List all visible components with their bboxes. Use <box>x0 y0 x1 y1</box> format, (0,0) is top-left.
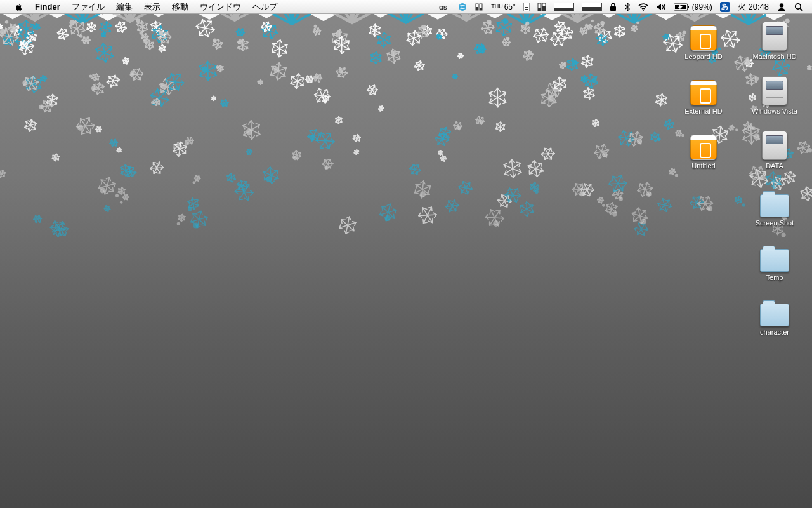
lastfm-icon[interactable]: αs <box>435 0 454 13</box>
svg-line-23 <box>800 8 802 11</box>
menu-left: Finder ファイル 編集 表示 移動 ウインドウ ヘルプ <box>9 0 283 13</box>
desktop-icon-label: Untitled <box>675 162 732 170</box>
weather-icon[interactable] <box>454 0 471 13</box>
svg-rect-15 <box>542 6 546 11</box>
spotlight-icon[interactable] <box>790 0 807 13</box>
desktop-icon-label: Temp <box>746 274 803 281</box>
svg-rect-5 <box>476 4 478 7</box>
svg-rect-10 <box>525 9 528 10</box>
folder-icon <box>760 304 789 326</box>
battery-icon[interactable]: (99%) <box>670 0 716 13</box>
mem-graph-icon[interactable] <box>578 0 606 13</box>
svg-rect-6 <box>480 4 482 8</box>
desktop-icon-label: DATA <box>746 162 803 170</box>
svg-rect-14 <box>538 8 541 11</box>
net-activity-icon[interactable] <box>534 0 550 13</box>
wifi-icon[interactable] <box>634 0 652 13</box>
desktop-icon-label: character <box>746 328 803 336</box>
usb-drive-icon <box>690 135 717 160</box>
menu-bar: Finder ファイル 編集 表示 移動 ウインドウ ヘルプ αs THU 65… <box>0 0 812 14</box>
svg-rect-16 <box>610 6 616 11</box>
desktop-icon-label: External HD <box>675 107 732 115</box>
hard-drive-icon <box>762 22 787 51</box>
folder-icon <box>760 249 789 272</box>
svg-point-22 <box>796 3 801 8</box>
apple-menu[interactable] <box>9 0 29 13</box>
hard-drive-icon <box>762 131 787 160</box>
svg-rect-19 <box>688 6 689 8</box>
menu-file[interactable]: ファイル <box>66 0 110 13</box>
desktop-icon-character[interactable]: character <box>746 296 803 336</box>
usb-drive-icon <box>690 25 717 51</box>
usb-drive-icon <box>690 80 717 105</box>
lock-icon[interactable] <box>606 0 620 13</box>
desktop-icon-label: Macintosh HD <box>746 53 803 60</box>
desktop-icon-temp[interactable]: Temp <box>746 241 803 281</box>
clock[interactable]: 火 20:48 <box>734 0 773 13</box>
desktop-icon-untitled[interactable]: Untitled <box>675 130 732 170</box>
svg-point-1 <box>459 3 466 11</box>
menu-help[interactable]: ヘルプ <box>247 0 283 13</box>
desktop-icon-windows-vista[interactable]: Windows Vista <box>746 75 803 115</box>
desktop-icon-macintosh-hd[interactable]: Macintosh HD <box>746 20 803 60</box>
desktop-icon-leopard-hd[interactable]: Leopard HD <box>675 20 732 60</box>
menu-edit[interactable]: 編集 <box>110 0 138 13</box>
battery-percent: (99%) <box>692 3 712 11</box>
svg-point-17 <box>643 10 644 11</box>
svg-rect-11 <box>525 7 528 8</box>
menu-window[interactable]: ウインドウ <box>194 0 247 13</box>
temperature-label[interactable]: THU 65° <box>487 0 520 13</box>
menu-right: αs THU 65° <box>435 0 807 13</box>
hard-drive-icon <box>762 76 787 105</box>
app-menu[interactable]: Finder <box>29 0 66 13</box>
menumeters-icon[interactable] <box>471 0 487 13</box>
desktop-icon-label: Leopard HD <box>675 53 732 60</box>
menu-go[interactable]: 移動 <box>166 0 194 13</box>
disk-activity-icon[interactable] <box>520 0 534 13</box>
desktop-icon-external-hd[interactable]: External HD <box>675 75 732 115</box>
ime-icon[interactable]: あ <box>716 0 734 13</box>
desktop[interactable]: Leopard HDMacintosh HDExternal HDWindows… <box>0 14 812 508</box>
cpu-graph-icon[interactable] <box>550 0 578 13</box>
svg-point-21 <box>780 3 783 7</box>
desktop-icon-label: Screen Shot <box>746 219 803 227</box>
desktop-icon-label: Windows Vista <box>746 107 803 115</box>
svg-text:αs: αs <box>439 3 447 11</box>
desktop-icon-screen-shot[interactable]: Screen Shot <box>746 187 803 227</box>
menu-view[interactable]: 表示 <box>138 0 166 13</box>
bluetooth-icon[interactable] <box>620 0 634 13</box>
volume-icon[interactable] <box>652 0 670 13</box>
user-icon[interactable] <box>773 0 790 13</box>
desktop-icon-data[interactable]: DATA <box>746 130 803 170</box>
folder-icon <box>760 194 789 217</box>
